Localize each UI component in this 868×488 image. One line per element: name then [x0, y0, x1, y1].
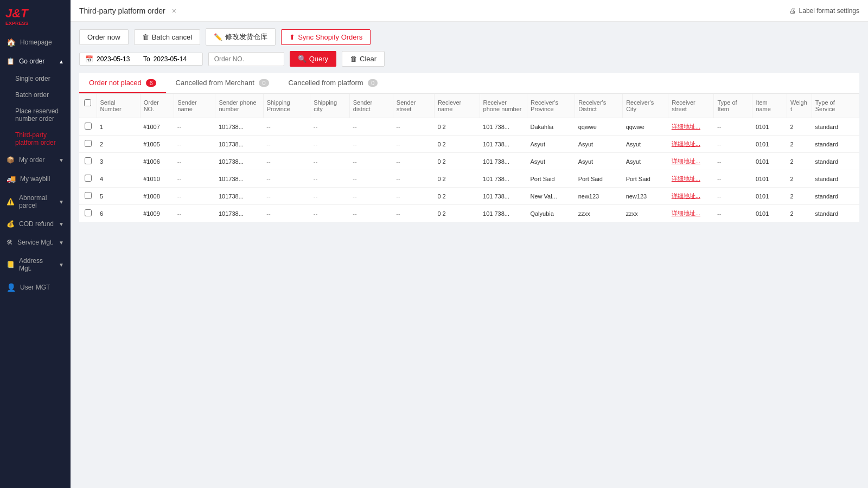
cell-receiver-name-0: 0 2 [434, 118, 480, 136]
row-checkbox-1[interactable] [85, 140, 92, 147]
sidebar-section-my-order[interactable]: 📦 My order ▼ [0, 151, 71, 169]
col-receiver-district: Receiver's District [575, 94, 623, 118]
order-now-button[interactable]: Order now [79, 29, 129, 45]
row-checkbox-cell[interactable] [79, 118, 97, 136]
tab-table-container: Order not placed 6 Cancelled from Mercha… [79, 73, 859, 222]
row-checkbox-4[interactable] [85, 192, 92, 199]
close-icon[interactable]: × [172, 7, 176, 15]
sync-shopify-label: Sync Shopify Orders [298, 33, 362, 41]
col-item-name: Item name [752, 94, 787, 118]
row-checkbox-2[interactable] [85, 157, 92, 164]
row-checkbox-cell[interactable] [79, 153, 97, 170]
sync-shopify-button[interactable]: ⬆ Sync Shopify Orders [281, 29, 371, 45]
cell-receiver-name-5: 0 2 [434, 205, 480, 222]
sidebar-item-user-mgt[interactable]: 👤 User MGT [0, 278, 71, 297]
row-checkbox-cell[interactable] [79, 188, 97, 205]
cell-shipping-province-4: -- [263, 188, 310, 205]
cell-weight-2: 2 [787, 153, 812, 170]
cell-receiver-city-4: new123 [623, 188, 668, 205]
date-to-input[interactable] [154, 55, 197, 63]
cell-receiver-province-0: Dakahlia [527, 118, 575, 136]
sidebar-item-my-waybill[interactable]: 🚚 My waybill [0, 169, 71, 189]
sidebar-section-abnormal[interactable]: ⚠️ Abnormal parcel ▼ [0, 189, 71, 215]
query-button[interactable]: 🔍 Query [290, 51, 336, 67]
row-checkbox-cell[interactable] [79, 136, 97, 153]
sidebar-my-waybill-label: My waybill [20, 175, 50, 183]
my-order-icon: 📦 [7, 156, 15, 164]
sidebar-item-batch-order[interactable]: Batch order [0, 87, 71, 103]
sidebar-section-cod-refund[interactable]: 💰 COD refund ▼ [0, 215, 71, 233]
table-wrapper: Serial Number Order NO. Sender name Send… [79, 94, 859, 222]
cell-receiver-province-4: New Val... [527, 188, 575, 205]
batch-cancel-icon: 🗑 [142, 33, 149, 41]
modify-warehouse-button[interactable]: ✏️ 修改发货仓库 [206, 28, 276, 46]
batch-cancel-button[interactable]: 🗑 Batch cancel [134, 29, 200, 45]
cod-chevron: ▼ [59, 221, 64, 227]
cell-receiver-street-5: 详细地址... [668, 205, 714, 222]
row-checkbox-0[interactable] [85, 123, 92, 130]
sidebar-item-single-order[interactable]: Single order [0, 70, 71, 87]
cell-receiver-province-2: Asyut [527, 153, 575, 170]
cell-order-no-4: #1008 [140, 188, 174, 205]
cell-shipping-province-5: -- [263, 205, 310, 222]
cell-shipping-province-1: -- [263, 136, 310, 153]
sidebar-item-homepage[interactable]: 🏠 Homepage [0, 33, 71, 52]
cell-shipping-city-1: -- [310, 136, 350, 153]
cell-serial-2: 3 [97, 153, 140, 170]
sidebar: J&T EXPRESS 🏠 Homepage 📋 Go order ▲ Sing… [0, 0, 71, 488]
cell-sender-district-3: -- [349, 170, 393, 188]
cell-receiver-phone-3: 101 738... [480, 170, 527, 188]
cell-receiver-district-5: zzxx [575, 205, 623, 222]
cell-sender-name-4: -- [174, 188, 215, 205]
tab-cancelled-merchant-count: 0 [259, 79, 269, 87]
cod-icon: 💰 [7, 220, 15, 228]
tab-cancelled-merchant[interactable]: Cancelled from Merchant 0 [166, 73, 279, 93]
cell-sender-district-0: -- [349, 118, 393, 136]
user-icon: 👤 [7, 283, 16, 292]
cell-type-service-1: standard [812, 136, 859, 153]
sidebar-item-place-reserved[interactable]: Place reserved number order [0, 103, 71, 127]
sidebar-section-go-order[interactable]: 📋 Go order ▲ [0, 52, 71, 70]
cell-type-service-0: standard [812, 118, 859, 136]
sidebar-section-address-mgt[interactable]: 📒 Address Mgt. ▼ [0, 252, 71, 278]
cell-sender-street-2: -- [393, 153, 434, 170]
row-checkbox-cell[interactable] [79, 205, 97, 222]
cell-item-name-2: 0101 [752, 153, 787, 170]
date-range-picker[interactable]: 📅 To [79, 53, 203, 66]
order-no-input[interactable] [208, 52, 284, 66]
select-all-checkbox[interactable] [84, 99, 91, 106]
service-chevron: ▼ [59, 240, 64, 246]
cell-sender-street-3: -- [393, 170, 434, 188]
sidebar-address-label: Address Mgt. [19, 257, 54, 272]
col-weight: Weight [787, 94, 812, 118]
tab-cancelled-platform-label: Cancelled from platform [289, 79, 363, 87]
tab-not-placed-label: Order not placed [89, 79, 142, 87]
cell-receiver-district-2: Asyut [575, 153, 623, 170]
tab-cancelled-platform[interactable]: Cancelled from platform 0 [279, 73, 388, 93]
content-area: Order now 🗑 Batch cancel ✏️ 修改发货仓库 ⬆ Syn… [71, 22, 868, 488]
date-from-input[interactable] [97, 55, 140, 63]
select-all-header[interactable] [79, 94, 97, 118]
cell-receiver-street-2: 详细地址... [668, 153, 714, 170]
row-checkbox-cell[interactable] [79, 170, 97, 188]
tab-not-placed[interactable]: Order not placed 6 [79, 73, 166, 93]
tab-bar: Order not placed 6 Cancelled from Mercha… [79, 73, 859, 94]
go-order-icon: 📋 [7, 57, 15, 65]
cell-receiver-city-3: Port Said [623, 170, 668, 188]
label-format-settings[interactable]: 🖨 Label format settings [789, 7, 859, 15]
row-checkbox-5[interactable] [85, 209, 92, 216]
cell-shipping-city-0: -- [310, 118, 350, 136]
sidebar-item-third-party[interactable]: Third-party platform order [0, 127, 71, 151]
sidebar-section-service-mgt[interactable]: 🛠 Service Mgt. ▼ [0, 233, 71, 252]
waybill-icon: 🚚 [7, 175, 16, 183]
row-checkbox-3[interactable] [85, 175, 92, 182]
clear-button[interactable]: 🗑 Clear [342, 51, 385, 67]
sidebar-abnormal-label: Abnormal parcel [19, 194, 54, 209]
table-row: 2 #1005 -- 101738... -- -- -- -- 0 2 101… [79, 136, 859, 153]
cell-sender-name-2: -- [174, 153, 215, 170]
cell-sender-street-1: -- [393, 136, 434, 153]
table-row: 5 #1008 -- 101738... -- -- -- -- 0 2 101… [79, 188, 859, 205]
cell-type-item-4: -- [714, 188, 752, 205]
label-format-label: Label format settings [799, 7, 859, 15]
col-sender-name: Sender name [174, 94, 215, 118]
